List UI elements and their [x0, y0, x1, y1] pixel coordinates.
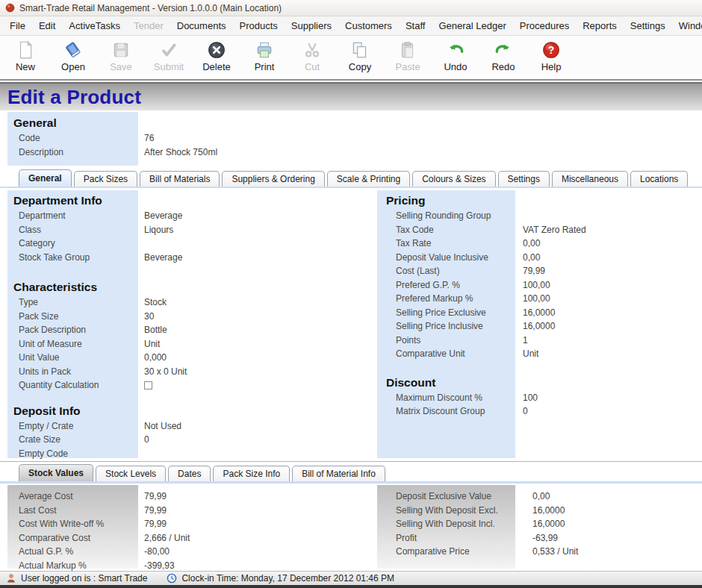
field-label: Points	[396, 335, 523, 345]
comparative-cost-value: 2,666 / Unit	[144, 533, 190, 543]
menu-activetasks[interactable]: ActiveTasks	[62, 16, 127, 35]
row-empty-crate: Empty / Crate Not Used	[0, 419, 373, 434]
class-field[interactable]: Liqours	[144, 225, 173, 235]
field-label: Selling Price Inclusive	[396, 321, 523, 331]
description-field[interactable]: After Shock 750ml	[144, 147, 217, 157]
cost-last-field[interactable]: 79,99	[523, 266, 545, 276]
menu-general-ledger[interactable]: General Ledger	[432, 16, 512, 35]
selling-with-deposit-incl-value: 16,0000	[532, 519, 565, 529]
field-label: Comparative Cost	[19, 533, 144, 543]
code-field[interactable]: 76	[144, 133, 154, 143]
field-label: Deposit Value Inclusive	[396, 252, 523, 263]
pack-size-field[interactable]: 30	[144, 311, 154, 322]
menu-customers[interactable]: Customers	[338, 16, 399, 35]
field-label: Unit Value	[19, 352, 144, 363]
user-icon	[6, 573, 16, 584]
actual-gp-value: -80,00	[144, 546, 170, 557]
toolbar-button-label: Cut	[305, 61, 320, 72]
main-tab-bar: General Pack Sizes Bill of Materials Sup…	[0, 169, 702, 187]
field-label: Tax Rate	[396, 238, 523, 248]
tax-code-field[interactable]: VAT Zero Rated	[523, 225, 586, 235]
department-field[interactable]: Beverage	[144, 210, 182, 221]
tab-dates[interactable]: Dates	[168, 466, 211, 481]
print-button[interactable]: Print	[240, 36, 288, 79]
unit-value-field[interactable]: 0,000	[144, 352, 167, 363]
toolbar-button-label: Print	[255, 61, 275, 72]
tab-miscellaneous[interactable]: Miscellaneous	[552, 171, 628, 187]
actual-markup-value: -399,93	[144, 560, 175, 571]
copy-button[interactable]: Copy	[336, 36, 384, 79]
pack-description-field[interactable]: Bottle	[144, 325, 167, 335]
selling-price-exclusive-field[interactable]: 16,0000	[523, 307, 555, 318]
field-label: Cost (Last)	[396, 266, 523, 276]
redo-button[interactable]: Redo	[479, 36, 527, 79]
matrix-discount-group-field[interactable]: 0	[523, 406, 528, 416]
delete-button[interactable]: Delete	[193, 36, 240, 79]
field-label: Actual G.P. %	[19, 546, 144, 557]
prefered-markup-field[interactable]: 100,00	[523, 293, 550, 304]
tab-bill-of-material-info[interactable]: Bill of Material Info	[292, 466, 385, 481]
tab-general[interactable]: General	[19, 169, 72, 187]
tab-pack-size-info[interactable]: Pack Size Info	[213, 466, 290, 481]
tab-locations[interactable]: Locations	[630, 171, 688, 187]
field-label: Class	[19, 225, 144, 235]
field-label: Prefered G.P. %	[396, 280, 523, 290]
toolbar-button-label: Paste	[395, 61, 420, 72]
average-cost-value: 79,99	[144, 491, 167, 501]
status-user-text: User logged on is : Smart Trade	[21, 573, 147, 584]
undo-button[interactable]: Undo	[432, 36, 479, 79]
menu-edit[interactable]: Edit	[32, 16, 62, 35]
type-field[interactable]: Stock	[144, 297, 167, 307]
comparative-unit-field[interactable]: Unit	[523, 348, 538, 359]
clock-icon	[167, 573, 177, 584]
unit-of-measure-field[interactable]: Unit	[144, 339, 160, 349]
help-button[interactable]: ? Help	[527, 36, 575, 79]
menu-file[interactable]: File	[3, 16, 32, 35]
new-button[interactable]: New	[1, 36, 49, 79]
maximum-discount-field[interactable]: 100	[523, 392, 538, 403]
menu-staff[interactable]: Staff	[399, 16, 432, 35]
menu-settings[interactable]: Settings	[624, 16, 672, 35]
tab-stock-levels[interactable]: Stock Levels	[96, 466, 166, 481]
row-empty-code: Empty Code	[0, 447, 373, 461]
tab-scale-printing[interactable]: Scale & Printing	[327, 171, 410, 187]
tab-bill-of-materials[interactable]: Bill of Materials	[140, 171, 220, 187]
row-unit-value: Unit Value 0,000	[0, 351, 373, 365]
selling-price-inclusive-field[interactable]: 16,0000	[523, 321, 555, 331]
row-selling-with-deposit-excl: Selling With Deposit Excl. 16,0000	[377, 504, 702, 518]
profit-value: -63,99	[532, 533, 558, 543]
prefered-gp-field[interactable]: 100,00	[523, 280, 550, 290]
field-label: Pack Size	[19, 311, 144, 322]
bottom-tab-bar: Stock Values Stock Levels Dates Pack Siz…	[0, 461, 702, 481]
menu-reports[interactable]: Reports	[576, 16, 624, 35]
field-label: Quantity Calculation	[19, 380, 144, 390]
save-icon	[111, 40, 131, 60]
deposit-value-inclusive-field[interactable]: 0,00	[523, 252, 540, 263]
empty-crate-field[interactable]: Not Used	[144, 421, 181, 431]
crate-size-field[interactable]: 0	[144, 434, 149, 445]
tab-settings[interactable]: Settings	[498, 171, 550, 187]
field-label: Profit	[396, 533, 532, 543]
menu-suppliers[interactable]: Suppliers	[285, 16, 338, 35]
menu-documents[interactable]: Documents	[170, 16, 233, 35]
menu-window[interactable]: Window	[672, 16, 702, 35]
tab-suppliers-ordering[interactable]: Suppliers & Ordering	[222, 171, 324, 187]
menu-products[interactable]: Products	[233, 16, 285, 35]
stock-take-group-field[interactable]: Beverage	[144, 252, 182, 263]
field-label: Crate Size	[19, 434, 144, 445]
tax-rate-field[interactable]: 0,00	[523, 238, 540, 248]
tab-pack-sizes[interactable]: Pack Sizes	[74, 171, 137, 187]
quantity-calculation-checkbox[interactable]	[144, 381, 152, 390]
row-selling-price-inclusive: Selling Price Inclusive 16,0000	[377, 319, 702, 334]
row-type: Type Stock	[0, 295, 373, 310]
tab-stock-values[interactable]: Stock Values	[19, 464, 93, 481]
field-label: Selling Price Exclusive	[396, 307, 523, 318]
tab-colours-sizes[interactable]: Colours & Sizes	[412, 171, 495, 187]
points-field[interactable]: 1	[523, 335, 528, 345]
menu-procedures[interactable]: Procedures	[513, 16, 576, 35]
field-label: Description	[19, 147, 144, 157]
window-title: Smart-Trade Retail Management - Version …	[19, 3, 282, 13]
open-button[interactable]: Open	[49, 36, 97, 79]
copy-icon	[350, 40, 370, 60]
units-in-pack-field[interactable]: 30 x 0 Unit	[144, 366, 187, 377]
